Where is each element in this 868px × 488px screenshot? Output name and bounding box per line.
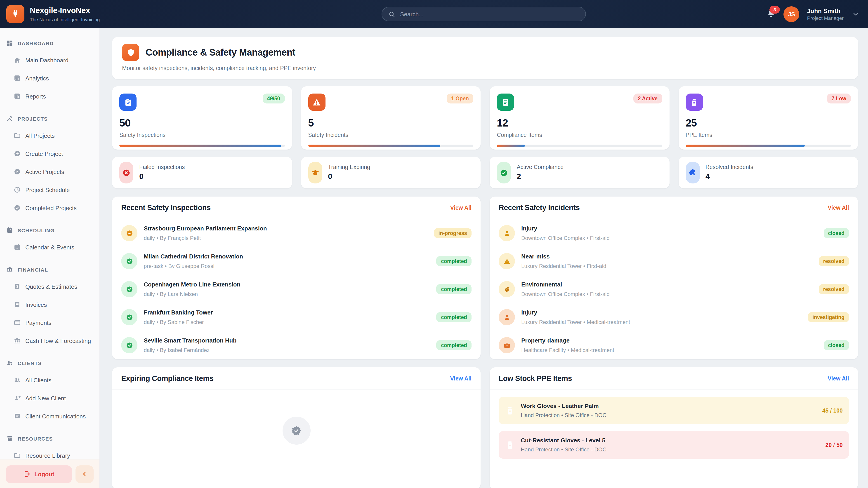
inspections-view-all-link[interactable]: View All	[450, 204, 472, 211]
chevron-down-icon[interactable]	[852, 11, 859, 18]
sidebar-section-label: RESOURCES	[18, 436, 53, 441]
notifications-button[interactable]: 3	[767, 9, 776, 19]
inspection-row: Strasbourg European Parliament Expansion…	[112, 219, 480, 247]
stat-card-ppe-items: 7 Low25PPE Items	[678, 86, 858, 150]
progress-bar-fill	[686, 144, 804, 147]
ppe-item-name: Work Gloves - Leather Palm	[521, 402, 816, 410]
ppe-view-all-link[interactable]: View All	[828, 375, 849, 382]
inspection-row: Seville Smart Transportation Hubdaily • …	[112, 331, 480, 359]
mini-stat-label: Resolved Incidents	[706, 164, 753, 170]
search-bar[interactable]	[381, 7, 586, 21]
sidebar-item-label: Analytics	[25, 75, 49, 82]
search-input[interactable]	[399, 10, 579, 18]
incident-row: EnvironmentalDowntown Office Complex • F…	[490, 275, 858, 303]
ppe-item-meta: Hand Protection • Site Office - DOC	[521, 447, 819, 453]
list-row-meta: Downtown Office Complex • First-aid	[521, 235, 817, 241]
logout-icon	[24, 470, 31, 478]
sidebar-item-add-new-client[interactable]: Add New Client	[0, 389, 99, 407]
sidebar-section-projects: PROJECTSAll ProjectsCreate ProjectActive…	[0, 111, 99, 217]
sidebar-item-active-projects[interactable]: Active Projects	[0, 163, 99, 181]
sidebar-item-completed-projects[interactable]: Completed Projects	[0, 199, 99, 217]
mini-stat-body: Training Expiring0	[328, 164, 370, 181]
sidebar-item-project-schedule[interactable]: Project Schedule	[0, 181, 99, 199]
stat-label: PPE Items	[686, 132, 851, 138]
status-badge: completed	[436, 256, 471, 266]
list-row-body: Seville Smart Transportation Hubdaily • …	[144, 337, 430, 353]
status-badge: closed	[824, 228, 849, 238]
sidebar-item-resource-library[interactable]: Resource Library	[0, 447, 99, 459]
jar-icon	[505, 405, 515, 416]
ppe-item-row: Cut-Resistant Gloves - Level 5Hand Prote…	[499, 431, 849, 459]
sidebar-item-label: Payments	[25, 319, 52, 326]
inspection-row: Copenhagen Metro Line Extensiondaily • B…	[112, 275, 480, 303]
sidebar-item-create-project[interactable]: Create Project	[0, 144, 99, 163]
progress-bar	[686, 144, 851, 147]
stat-value: 5	[308, 117, 473, 129]
stat-badge: 7 Low	[827, 94, 851, 103]
sidebar-item-cash-flow-forecasting[interactable]: Cash Flow & Forecasting	[0, 332, 99, 350]
plug-logo-icon	[10, 9, 20, 19]
stat-label: Compliance Items	[497, 132, 662, 138]
logout-button[interactable]: Logout	[6, 465, 72, 483]
sidebar-section-clients: CLIENTSAll ClientsAdd New ClientClient C…	[0, 355, 99, 425]
brand-tagline: The Nexus of Intelligent Invoicing	[30, 17, 100, 22]
list-row-meta: Healthcare Facility • Medical-treatment	[521, 347, 817, 353]
person-icon	[499, 309, 515, 325]
mini-stat-value: 4	[706, 172, 753, 181]
sidebar-item-label: Client Communications	[25, 413, 86, 420]
sidebar-item-analytics[interactable]: Analytics	[0, 69, 99, 87]
folder-icon	[13, 132, 21, 139]
mini-stat-active-compliance: Active Compliance2	[490, 157, 669, 188]
stat-badge: 49/50	[262, 94, 285, 103]
list-row-body: Strasbourg European Parliament Expansion…	[144, 225, 428, 241]
incidents-list: InjuryDowntown Office Complex • First-ai…	[490, 219, 858, 359]
mini-stat-body: Failed Inspections0	[139, 164, 185, 181]
list-row-title: Copenhagen Metro Line Extension	[144, 281, 430, 288]
sidebar-item-payments[interactable]: Payments	[0, 314, 99, 332]
sidebar-item-label: Reports	[25, 93, 46, 100]
brand: Nexgile-InvoNex The Nexus of Intelligent…	[0, 5, 100, 23]
sidebar-item-client-communications[interactable]: Client Communications	[0, 407, 99, 425]
stat-card-safety-inspections: 49/5050Safety Inspections	[112, 86, 292, 150]
briefcase-icon	[499, 337, 515, 353]
sidebar-collapse-button[interactable]	[75, 465, 94, 483]
sidebar-item-label: Calendar & Events	[25, 244, 74, 251]
sidebar-section-label: FINANCIAL	[18, 267, 48, 272]
notification-badge: 3	[770, 6, 780, 13]
incidents-view-all-link[interactable]: View All	[828, 204, 849, 211]
status-badge: closed	[824, 340, 849, 350]
list-row-meta: daily • By Sabine Fischer	[144, 319, 430, 325]
sidebar-item-reports[interactable]: Reports	[0, 87, 99, 105]
status-badge: investigating	[808, 312, 849, 322]
chat-icon	[13, 413, 21, 420]
user-info: John Smith Project Manager	[807, 7, 844, 21]
sidebar-item-all-clients[interactable]: All Clients	[0, 371, 99, 389]
page-subtitle: Monitor safety inspections, incidents, c…	[122, 65, 848, 71]
progress-bar	[119, 144, 285, 147]
avatar[interactable]: JS	[784, 6, 800, 22]
compliance-view-all-link[interactable]: View All	[450, 375, 472, 382]
brand-logo	[6, 5, 24, 23]
expiring-compliance-panel: Expiring Compliance Items View All	[112, 367, 480, 488]
list-row-title: Property-damage	[521, 337, 817, 344]
list-row-meta: daily • By Lars Nielsen	[144, 291, 430, 297]
list-row-meta: daily • By François Petit	[144, 235, 428, 241]
sidebar-item-label: All Projects	[25, 132, 55, 139]
list-row-title: Injury	[521, 309, 802, 316]
sidebar-item-label: Create Project	[25, 150, 63, 157]
user-role: Project Manager	[807, 15, 844, 21]
sidebar-section-header-dashboard: DASHBOARD	[0, 35, 99, 51]
check-circle-icon	[121, 309, 137, 325]
list-row-body: Milan Cathedral District Renovationpre-t…	[144, 253, 430, 269]
sidebar-item-calendar-events[interactable]: Calendar & Events	[0, 238, 99, 256]
list-row-body: Property-damageHealthcare Facility • Med…	[521, 337, 817, 353]
sidebar-item-main-dashboard[interactable]: Main Dashboard	[0, 51, 99, 69]
sidebar-item-all-projects[interactable]: All Projects	[0, 127, 99, 144]
receipt-icon	[13, 301, 21, 308]
sidebar-section-label: SCHEDULING	[18, 228, 55, 233]
ppe-item-stock: 45 / 100	[822, 408, 843, 414]
grad-cap-icon	[308, 162, 322, 184]
sidebar-item-quotes-estimates[interactable]: Quotes & Estimates	[0, 278, 99, 295]
sidebar-item-invoices[interactable]: Invoices	[0, 295, 99, 314]
list-row-body: InjuryDowntown Office Complex • First-ai…	[521, 225, 817, 241]
